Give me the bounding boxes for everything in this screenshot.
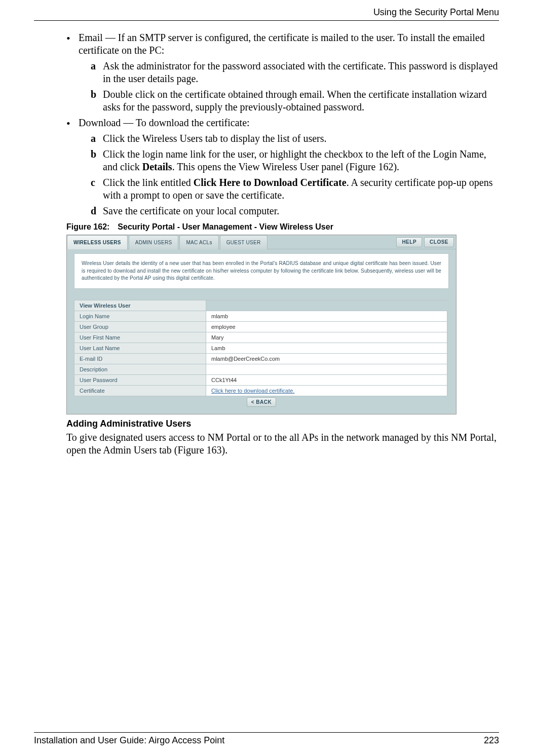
footer-page-number: 223: [484, 735, 499, 746]
help-button[interactable]: HELP: [396, 237, 422, 247]
document-page: Using the Security Portal Menu Email — I…: [0, 0, 533, 756]
letter-c: c: [91, 176, 95, 189]
footer-rule: [34, 732, 499, 733]
table-title: View Wireless User: [74, 300, 206, 311]
row-email-label: E-mail ID: [74, 353, 206, 364]
content-area: Email — If an SMTP server is configured,…: [66, 31, 499, 457]
download-step-d: d Save the certificate on your local com…: [91, 205, 499, 217]
table-title-row: View Wireless User: [74, 300, 447, 311]
email-step-a: a Ask the administrator for the password…: [91, 60, 499, 85]
row-first-label: User First Name: [74, 332, 206, 343]
row-last-label: User Last Name: [74, 343, 206, 353]
download-step-c-pre: Click the link entitled: [103, 177, 194, 188]
row-login-label: Login Name: [74, 311, 206, 321]
tabs-row: WIRELESS USERS ADMIN USERS MAC ACLs GUES…: [67, 235, 456, 249]
info-description: Wireless User details the identity of a …: [74, 253, 449, 289]
tab-guest-user[interactable]: GUEST USER: [220, 235, 268, 249]
view-wireless-user-table: View Wireless User Login Namemlamb User …: [74, 300, 447, 396]
download-step-d-text: Save the certificate on your local compu…: [103, 205, 279, 216]
panel-body: Wireless User details the identity of a …: [67, 249, 456, 414]
row-first-value: Mary: [206, 332, 447, 343]
letter-b2: b: [91, 148, 96, 161]
letter-d: d: [91, 205, 96, 217]
letter-b: b: [91, 88, 96, 101]
download-step-b: b Click the login name link for the user…: [91, 148, 499, 173]
page-header-right: Using the Security Portal Menu: [373, 7, 499, 18]
row-desc-value: [206, 364, 447, 374]
email-step-b: b Double click on the certificate obtain…: [91, 88, 499, 114]
email-step-a-text: Ask the administrator for the password a…: [103, 60, 498, 84]
letter-a2: a: [91, 132, 96, 145]
tab-wireless-users[interactable]: WIRELESS USERS: [67, 235, 128, 249]
header-rule: [34, 20, 499, 21]
table-row: E-mail IDmlamb@DeerCreekCo.com: [74, 353, 447, 364]
row-cert-value: Click here to download certificate.: [206, 385, 447, 396]
row-email-value: mlamb@DeerCreekCo.com: [206, 353, 447, 364]
table-row: User First NameMary: [74, 332, 447, 343]
section-paragraph: To give designated users access to NM Po…: [66, 431, 499, 457]
row-desc-label: Description: [74, 364, 206, 374]
back-row: < BACK: [74, 397, 449, 407]
row-cert-label: Certificate: [74, 385, 206, 396]
row-login-value: mlamb: [206, 311, 447, 321]
download-step-b-post: . This opens the View Wireless User pane…: [172, 161, 399, 172]
download-step-a-text: Click the Wireless Users tab to display …: [103, 133, 327, 144]
table-row: Description: [74, 364, 447, 374]
row-group-label: User Group: [74, 321, 206, 332]
download-sublist: a Click the Wireless Users tab to displa…: [91, 132, 499, 217]
tab-mac-acls[interactable]: MAC ACLs: [179, 235, 218, 249]
download-step-c: c Click the link entitled Click Here to …: [91, 176, 499, 202]
download-certificate-link[interactable]: Click here to download certificate.: [211, 388, 294, 394]
footer-left: Installation and User Guide: Airgo Acces…: [34, 735, 224, 746]
bullet-email: Email — If an SMTP server is configured,…: [66, 31, 499, 114]
download-step-b-bold: Details: [142, 161, 172, 172]
table-row: Login Namemlamb: [74, 311, 447, 321]
table-row: User PasswordCCk1Yt44: [74, 374, 447, 385]
table-row: User Last NameLamb: [74, 343, 447, 353]
table-row: CertificateClick here to download certif…: [74, 385, 447, 396]
row-pass-label: User Password: [74, 374, 206, 385]
row-last-value: Lamb: [206, 343, 447, 353]
screenshot-panel: WIRELESS USERS ADMIN USERS MAC ACLs GUES…: [66, 235, 456, 414]
email-step-b-text: Double click on the certificate obtained…: [103, 89, 487, 112]
bullet-list: Email — If an SMTP server is configured,…: [66, 31, 499, 217]
tab-admin-users[interactable]: ADMIN USERS: [129, 235, 179, 249]
email-sublist: a Ask the administrator for the password…: [91, 60, 499, 114]
bullet-email-text: Email — If an SMTP server is configured,…: [79, 32, 485, 56]
tabs-right: HELP CLOSE: [396, 235, 456, 249]
back-button[interactable]: < BACK: [247, 397, 277, 407]
section-heading: Adding Administrative Users: [66, 419, 499, 429]
close-button[interactable]: CLOSE: [424, 237, 454, 247]
figure-caption: Figure 162: Security Portal - User Manag…: [66, 222, 499, 232]
table-title-spacer: [206, 300, 447, 311]
letter-a: a: [91, 60, 96, 72]
table-row: User Groupemployee: [74, 321, 447, 332]
row-group-value: employee: [206, 321, 447, 332]
bullet-download: Download — To download the certificate: …: [66, 117, 499, 217]
download-step-a: a Click the Wireless Users tab to displa…: [91, 132, 499, 145]
bullet-download-text: Download — To download the certificate:: [79, 117, 250, 128]
download-step-c-bold: Click Here to Download Certificate: [194, 177, 347, 188]
row-pass-value: CCk1Yt44: [206, 374, 447, 385]
